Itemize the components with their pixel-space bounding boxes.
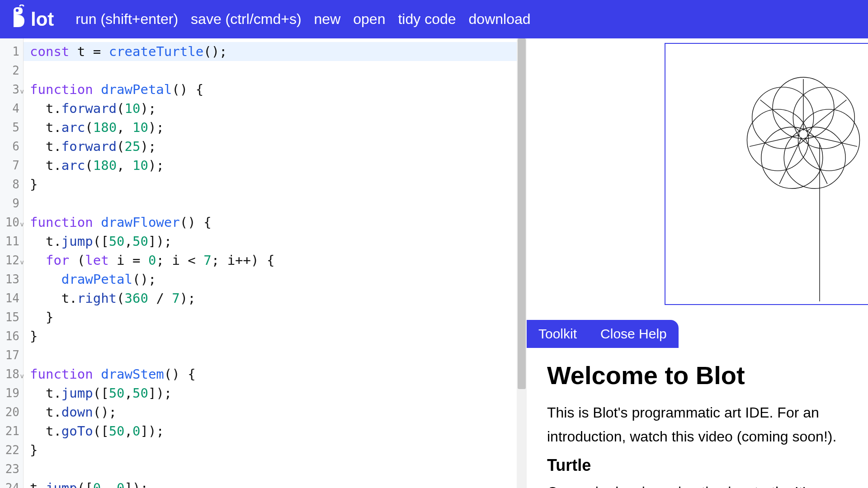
- main-area: 123v45678910v1112v131415161718v192021222…: [0, 38, 868, 488]
- line-number: 10v: [0, 213, 23, 232]
- canvas-area: Toolkit Close Help: [527, 38, 868, 348]
- code-line[interactable]: t.arc(180, 10);: [30, 118, 517, 137]
- line-number: 14: [0, 289, 23, 308]
- tidy-code-button[interactable]: tidy code: [398, 11, 456, 28]
- help-panel: Welcome to Blot This is Blot's programma…: [527, 348, 868, 488]
- line-number: 2: [0, 61, 23, 80]
- code-line[interactable]: t.jump([50,50]);: [30, 384, 517, 403]
- code-line[interactable]: }: [30, 308, 517, 327]
- line-number: 9: [0, 194, 23, 213]
- code-line[interactable]: drawPetal();: [30, 270, 517, 289]
- line-number: 11: [0, 232, 23, 251]
- code-line[interactable]: }: [30, 175, 517, 194]
- fold-icon[interactable]: v: [20, 253, 24, 272]
- code-line[interactable]: t.right(360 / 7);: [30, 289, 517, 308]
- fold-icon[interactable]: v: [20, 215, 24, 234]
- line-number: 20: [0, 403, 23, 422]
- scrollbar-thumb[interactable]: [518, 38, 526, 389]
- help-tabs: Toolkit Close Help: [527, 320, 679, 348]
- line-number: 24: [0, 479, 23, 488]
- code-line[interactable]: [30, 460, 517, 479]
- line-number: 19: [0, 384, 23, 403]
- svg-line-13: [750, 135, 800, 146]
- svg-line-15: [760, 100, 801, 132]
- line-number: 16: [0, 327, 23, 346]
- blot-logo-icon: [9, 5, 29, 34]
- logo[interactable]: lot: [9, 5, 54, 34]
- help-title: Welcome to Blot: [547, 361, 848, 390]
- fold-icon[interactable]: v: [20, 366, 24, 385]
- code-line[interactable]: t.goTo([50,0]);: [30, 422, 517, 441]
- toolkit-tab[interactable]: Toolkit: [527, 320, 589, 348]
- code-line[interactable]: }: [30, 441, 517, 460]
- logo-text: lot: [31, 9, 54, 30]
- code-line[interactable]: [30, 194, 517, 213]
- line-number: 4: [0, 99, 23, 118]
- line-number: 21: [0, 422, 23, 441]
- help-turtle-heading: Turtle: [547, 456, 848, 475]
- code-line[interactable]: t.jump([50,50]);: [30, 232, 517, 251]
- code-line[interactable]: function drawPetal() {: [30, 80, 517, 99]
- line-number: 1: [0, 42, 23, 61]
- help-intro: This is Blot's programmatic art IDE. For…: [547, 401, 848, 449]
- code-line[interactable]: t.arc(180, 10);: [30, 156, 517, 175]
- line-number: 17: [0, 346, 23, 365]
- code-editor[interactable]: const t = createTurtle();function drawPe…: [24, 38, 517, 488]
- code-line[interactable]: t.forward(10);: [30, 99, 517, 118]
- code-line[interactable]: [30, 61, 517, 80]
- help-turtle-text: Our main drawing primative is a turtle. …: [547, 480, 848, 488]
- editor-scrollbar[interactable]: [517, 38, 527, 488]
- new-button[interactable]: new: [314, 11, 341, 28]
- line-number: 13: [0, 270, 23, 289]
- close-help-tab[interactable]: Close Help: [589, 320, 679, 348]
- code-line[interactable]: t.jump([0, 0]);: [30, 479, 517, 488]
- code-line[interactable]: }: [30, 327, 517, 346]
- flower-drawing: [722, 71, 868, 306]
- fold-icon[interactable]: v: [20, 82, 24, 101]
- line-number: 23: [0, 460, 23, 479]
- editor-pane: 123v45678910v1112v131415161718v192021222…: [0, 38, 527, 488]
- code-line[interactable]: [30, 346, 517, 365]
- run-button[interactable]: run (shift+enter): [75, 11, 178, 28]
- drawing-canvas[interactable]: [665, 43, 868, 305]
- line-number: 7: [0, 156, 23, 175]
- line-number: 18v: [0, 365, 23, 384]
- line-gutter: 123v45678910v1112v131415161718v192021222…: [0, 38, 24, 488]
- save-button[interactable]: save (ctrl/cmd+s): [191, 11, 301, 28]
- code-line[interactable]: t.down();: [30, 403, 517, 422]
- line-number: 6: [0, 137, 23, 156]
- open-button[interactable]: open: [353, 11, 385, 28]
- line-number: 5: [0, 118, 23, 137]
- right-pane: Toolkit Close Help Welcome to Blot This …: [527, 38, 868, 488]
- download-button[interactable]: download: [469, 11, 531, 28]
- code-line[interactable]: const t = createTurtle();: [24, 42, 517, 61]
- line-number: 12v: [0, 251, 23, 270]
- svg-point-0: [16, 9, 19, 11]
- line-number: 15: [0, 308, 23, 327]
- toolbar: lot run (shift+enter) save (ctrl/cmd+s) …: [0, 0, 868, 38]
- line-number: 22: [0, 441, 23, 460]
- code-line[interactable]: t.forward(25);: [30, 137, 517, 156]
- code-line[interactable]: function drawStem() {: [30, 365, 517, 384]
- code-line[interactable]: function drawFlower() {: [30, 213, 517, 232]
- line-number: 3v: [0, 80, 23, 99]
- code-line[interactable]: for (let i = 0; i < 7; i++) {: [30, 251, 517, 270]
- line-number: 8: [0, 175, 23, 194]
